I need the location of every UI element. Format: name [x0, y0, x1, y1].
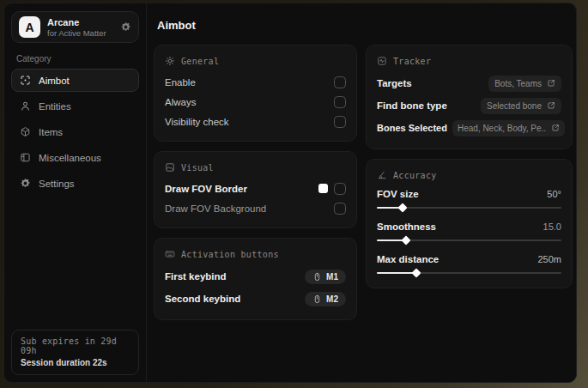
smoothness-slider[interactable] — [377, 237, 561, 244]
setting-label: Bones Selected — [377, 123, 447, 133]
fov-size-value: 50° — [547, 189, 561, 199]
category-nav: Aimbot Entities Items — [11, 69, 139, 195]
app-logo: A — [19, 16, 40, 38]
setting-label: Always — [165, 97, 196, 107]
mouse-icon — [312, 294, 322, 304]
session-duration-text: Session duration 22s — [21, 358, 130, 367]
layout-list-icon — [20, 152, 31, 163]
setting-row-draw-fov-background: Draw FOV Background — [165, 198, 346, 218]
expand-icon — [547, 79, 555, 88]
cube-icon — [20, 126, 31, 137]
sidebar-item-label: Entities — [39, 101, 71, 112]
app-name: Arcane — [47, 17, 106, 27]
sun-icon — [165, 56, 175, 66]
expand-icon — [551, 124, 560, 132]
setting-row-bones-selected: Bones Selected Head, Neck, Body, Pe.. — [377, 117, 561, 139]
smoothness-value: 15.0 — [543, 221, 561, 232]
bones-selected-dropdown[interactable]: Head, Neck, Body, Pe.. — [452, 120, 565, 136]
general-panel: General Enable Always Visibility check — [154, 45, 357, 142]
sidebar: A Arcane for Active Matter Category Aimb… — [4, 3, 147, 382]
second-keybind-button[interactable]: M2 — [305, 292, 346, 306]
max-distance-value: 250m — [537, 254, 561, 264]
visual-panel: Visual Draw FOV Border Draw FOV Backgrou… — [154, 151, 357, 228]
setting-label: Visibility check — [165, 117, 229, 127]
sidebar-item-label: Aimbot — [39, 76, 70, 86]
setting-label: Enable — [165, 77, 196, 88]
subscription-status-card: Sub expires in 29d 09h Session duration … — [11, 330, 139, 375]
dropdown-value: Bots, Teams — [494, 79, 542, 88]
always-checkbox[interactable] — [334, 96, 346, 108]
accuracy-panel: Accuracy FOV size 50° — [366, 159, 573, 288]
panel-title: Accuracy — [393, 171, 437, 180]
fov-size-slider[interactable] — [377, 204, 561, 211]
setting-label: Targets — [377, 78, 412, 88]
setting-label: Smoothness — [377, 221, 436, 232]
mouse-icon — [312, 272, 322, 282]
sidebar-item-aimbot[interactable]: Aimbot — [11, 69, 139, 92]
panel-title: Activation buttons — [181, 250, 279, 259]
category-label: Category — [16, 54, 134, 64]
fov-border-color-swatch[interactable] — [318, 184, 328, 193]
setting-label: Max distance — [377, 254, 439, 264]
sidebar-item-label: Items — [39, 127, 63, 137]
setting-row-always: Always — [165, 92, 346, 112]
setting-label: Draw FOV Background — [165, 203, 266, 214]
keybind-value: M1 — [326, 272, 338, 282]
setting-row-draw-fov-border: Draw FOV Border — [165, 179, 346, 198]
find-bone-type-dropdown[interactable]: Selected bone — [481, 98, 561, 114]
setting-row-max-distance: Max distance 250m — [377, 252, 561, 276]
main-area: Aimbot General Enable — [147, 3, 576, 382]
panel-title: Visual — [181, 163, 214, 173]
gear-icon — [20, 178, 31, 189]
setting-row-find-bone-type: Find bone type Selected bone — [377, 94, 561, 117]
setting-label: First keybind — [165, 271, 227, 282]
setting-row-smoothness: Smoothness 15.0 — [377, 219, 561, 244]
sidebar-item-entities[interactable]: Entities — [11, 94, 139, 118]
setting-label: Draw FOV Border — [165, 184, 247, 194]
sub-expiry-text: Sub expires in 29d 09h — [21, 336, 130, 355]
slider-thumb[interactable] — [412, 268, 421, 277]
panel-title: Tracker — [393, 57, 431, 66]
slider-thumb[interactable] — [402, 235, 411, 245]
crosshair-scan-icon — [20, 75, 31, 86]
dropdown-value: Selected bone — [487, 101, 542, 111]
dropdown-value: Head, Neck, Body, Pe.. — [458, 124, 546, 133]
slider-thumb[interactable] — [397, 203, 407, 212]
setting-row-fov-size: FOV size 50° — [377, 186, 561, 211]
page-title: Aimbot — [157, 19, 573, 32]
keybind-value: M2 — [326, 294, 338, 304]
expand-icon — [547, 101, 555, 110]
app-subtitle: for Active Matter — [47, 28, 106, 38]
targets-dropdown[interactable]: Bots, Teams — [488, 76, 561, 92]
tracker-panel: Tracker Targets Bots, Teams — [366, 45, 573, 149]
app-header-card: A Arcane for Active Matter — [11, 11, 139, 43]
sidebar-item-label: Settings — [39, 179, 75, 189]
setting-label: Second keybind — [165, 294, 240, 304]
first-keybind-button[interactable]: M1 — [305, 270, 346, 284]
angle-icon — [377, 170, 387, 180]
image-frame-icon — [165, 162, 175, 173]
sidebar-item-settings[interactable]: Settings — [11, 172, 139, 195]
setting-row-visibility-check: Visibility check — [165, 112, 346, 131]
sidebar-item-label: Miscellaneous — [39, 153, 101, 163]
entity-person-icon — [20, 100, 31, 112]
sidebar-item-items[interactable]: Items — [11, 120, 139, 143]
slider-fill — [377, 272, 416, 274]
setting-label: Find bone type — [377, 100, 447, 111]
setting-row-second-keybind: Second keybind M2 — [165, 288, 346, 310]
max-distance-slider[interactable] — [377, 270, 561, 276]
keyboard-icon — [165, 249, 175, 259]
draw-fov-background-checkbox[interactable] — [334, 203, 346, 215]
setting-label: FOV size — [377, 189, 419, 199]
activation-buttons-panel: Activation buttons First keybind M1 — [154, 238, 357, 320]
enable-checkbox[interactable] — [334, 76, 346, 88]
setting-row-targets: Targets Bots, Teams — [377, 72, 561, 94]
gear-icon[interactable] — [120, 21, 131, 33]
draw-fov-border-checkbox[interactable] — [334, 183, 346, 195]
sidebar-item-miscellaneous[interactable]: Miscellaneous — [11, 146, 139, 169]
setting-row-enable: Enable — [165, 72, 346, 92]
setting-row-first-keybind: First keybind M1 — [165, 265, 346, 288]
app-window: A Arcane for Active Matter Category Aimb… — [3, 3, 577, 383]
panel-title: General — [181, 57, 219, 66]
visibility-check-checkbox[interactable] — [334, 116, 346, 128]
